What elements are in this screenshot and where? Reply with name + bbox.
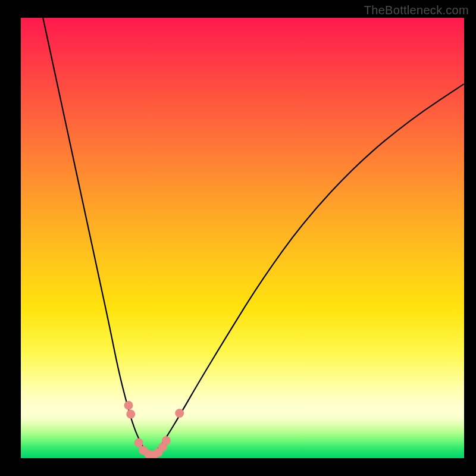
- curve-layer: [21, 18, 464, 458]
- watermark-text: TheBottleneck.com: [364, 4, 469, 17]
- data-marker: [134, 439, 143, 447]
- plot-area: [21, 18, 464, 458]
- right-curve: [149, 84, 464, 456]
- left-curve: [43, 18, 149, 456]
- chart-frame: TheBottleneck.com: [0, 0, 476, 476]
- data-marker: [175, 409, 184, 418]
- data-marker: [162, 436, 171, 445]
- marker-group: [124, 401, 184, 458]
- data-marker: [126, 410, 135, 419]
- data-marker: [124, 401, 133, 410]
